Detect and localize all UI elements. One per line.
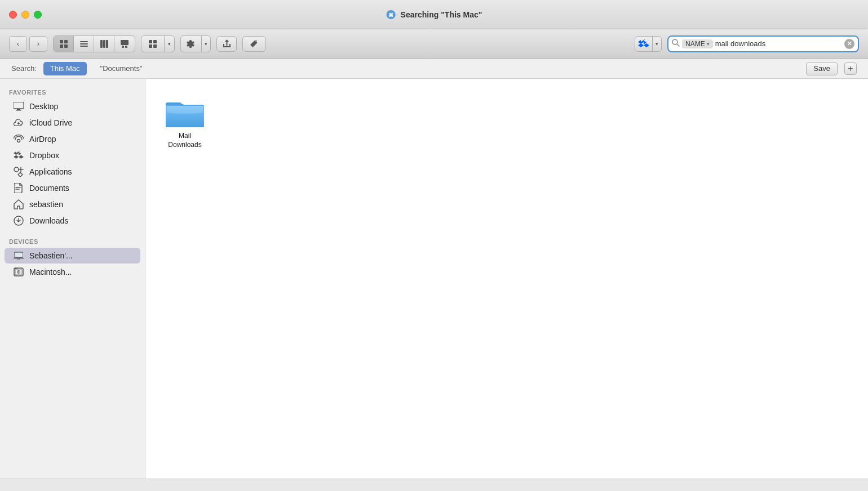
dropbox-icon-area[interactable] <box>635 36 652 52</box>
scope-label: Search: <box>11 64 37 73</box>
tag-button[interactable] <box>242 36 266 52</box>
maximize-button[interactable] <box>34 11 42 19</box>
desktop-icon <box>14 101 24 111</box>
group-view-main[interactable] <box>141 36 164 52</box>
column-view-icon <box>100 39 109 48</box>
disk-icon <box>14 267 24 277</box>
minimize-button[interactable] <box>21 11 29 19</box>
view-cover-button[interactable] <box>114 36 135 52</box>
search-icon <box>672 39 680 48</box>
scope-this-mac-button[interactable]: This Mac <box>43 62 87 75</box>
window-title: Searching "This Mac" <box>401 10 482 19</box>
group-view-button[interactable]: ▾ <box>141 35 175 52</box>
add-criteria-button[interactable]: + <box>844 63 857 75</box>
dropbox-icon <box>638 39 649 48</box>
content-area: Mail Downloads <box>145 79 868 479</box>
sidebar-item-airdrop-label: AirDrop <box>29 135 56 144</box>
sidebar-item-macintosh-hd[interactable]: Macintosh... <box>5 264 140 280</box>
sidebar-item-macintosh-hd-label: Macintosh... <box>29 267 72 276</box>
share-button[interactable] <box>216 36 237 52</box>
search-scope-bar: Search: This Mac "Documents" Save + <box>0 59 868 79</box>
sidebar-item-sebastien-mac[interactable]: Sebastien'... <box>5 248 140 264</box>
applications-icon <box>14 167 24 177</box>
sidebar-item-dropbox-label: Dropbox <box>29 151 59 160</box>
sidebar-item-applications[interactable]: Applications <box>5 164 140 180</box>
icloud-icon <box>14 118 24 128</box>
svg-rect-14 <box>125 46 127 48</box>
nav-buttons: ‹ › <box>9 36 47 52</box>
back-button[interactable]: ‹ <box>9 36 27 52</box>
folder-icon <box>165 95 205 128</box>
sidebar: Favorites Desktop iCloud Drive <box>0 79 145 479</box>
sidebar-item-downloads-label: Downloads <box>29 216 68 225</box>
icon-view-icon <box>59 39 68 48</box>
name-tag-label: NAME <box>685 40 705 48</box>
sidebar-item-airdrop[interactable]: AirDrop <box>5 131 140 147</box>
search-input[interactable] <box>715 39 842 48</box>
save-search-button[interactable]: Save <box>806 62 838 75</box>
sidebar-item-desktop[interactable]: Desktop <box>5 99 140 114</box>
sidebar-item-desktop-label: Desktop <box>29 102 58 111</box>
home-icon <box>14 199 24 209</box>
svg-rect-9 <box>100 40 103 48</box>
sidebar-item-downloads[interactable]: Downloads <box>5 213 140 229</box>
close-button[interactable] <box>9 11 17 19</box>
svg-rect-10 <box>103 40 105 48</box>
magnifier-icon <box>672 39 680 47</box>
sidebar-item-documents[interactable]: Documents <box>5 180 140 196</box>
main-container: Favorites Desktop iCloud Drive <box>0 79 868 479</box>
window-controls <box>9 11 42 19</box>
cover-view-icon <box>120 39 129 48</box>
svg-rect-13 <box>122 46 124 48</box>
action-button[interactable]: ▾ <box>180 35 211 52</box>
devices-header: Devices <box>0 235 145 247</box>
view-icon-button[interactable] <box>54 36 74 52</box>
airdrop-icon <box>14 134 24 144</box>
svg-rect-11 <box>106 40 108 48</box>
dropbox-dropdown-arrow[interactable]: ▾ <box>652 36 661 52</box>
sidebar-separator <box>0 229 145 235</box>
svg-rect-3 <box>64 40 68 43</box>
finder-icon: ⌘ <box>386 10 396 20</box>
tag-icon <box>250 40 259 48</box>
group-icon <box>148 39 157 48</box>
search-attribute-tag[interactable]: NAME ▾ <box>682 39 713 48</box>
dropbox-button[interactable]: ▾ <box>635 36 662 52</box>
svg-point-36 <box>18 271 19 273</box>
sidebar-item-icloud-label: iCloud Drive <box>29 118 72 127</box>
sidebar-item-sebastien[interactable]: sebastien <box>5 197 140 212</box>
svg-text:⌘: ⌘ <box>388 12 393 17</box>
svg-rect-4 <box>60 44 63 48</box>
search-clear-button[interactable]: ✕ <box>844 39 854 49</box>
svg-rect-6 <box>80 41 88 42</box>
gear-icon <box>187 39 196 48</box>
svg-rect-2 <box>60 40 63 43</box>
svg-rect-17 <box>149 44 152 48</box>
group-view-arrow[interactable]: ▾ <box>164 36 174 52</box>
sidebar-item-documents-label: Documents <box>29 184 69 193</box>
scope-documents-button[interactable]: "Documents" <box>94 62 149 75</box>
toolbar: ‹ › <box>0 29 868 59</box>
svg-rect-23 <box>16 110 21 111</box>
svg-line-20 <box>677 44 679 46</box>
view-column-button[interactable] <box>94 36 114 52</box>
folder-item-mail-downloads[interactable]: Mail Downloads <box>157 90 213 154</box>
svg-rect-16 <box>153 40 157 43</box>
sidebar-item-icloud[interactable]: iCloud Drive <box>5 115 140 131</box>
sidebar-item-applications-label: Applications <box>29 167 72 176</box>
downloads-icon <box>14 216 24 226</box>
svg-point-25 <box>14 167 19 172</box>
search-bar: NAME ▾ ✕ <box>667 35 859 52</box>
list-view-icon <box>79 39 88 48</box>
svg-rect-21 <box>14 102 24 109</box>
share-icon <box>223 39 231 48</box>
documents-icon <box>14 183 24 193</box>
favorites-header: Favorites <box>0 86 145 98</box>
title-bar: ⌘ Searching "This Mac" <box>0 0 868 29</box>
gear-button[interactable] <box>181 36 201 52</box>
sidebar-item-dropbox[interactable]: Dropbox <box>5 148 140 163</box>
forward-button[interactable]: › <box>29 36 47 52</box>
svg-point-24 <box>17 140 20 142</box>
gear-arrow[interactable]: ▾ <box>201 36 210 52</box>
view-list-button[interactable] <box>74 36 94 52</box>
